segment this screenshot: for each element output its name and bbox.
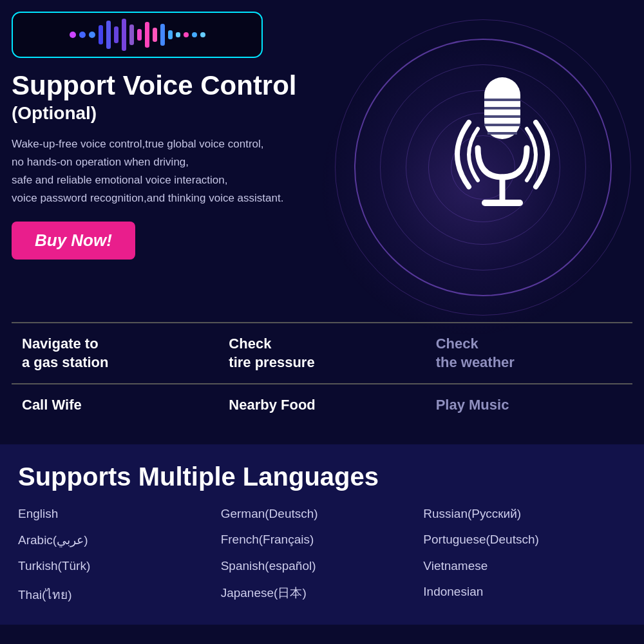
lang-japanese: Japanese(日本) [221, 582, 424, 607]
wave-bar-8 [153, 28, 157, 42]
wave-dot-2 [79, 32, 86, 38]
wave-bar-7 [145, 22, 149, 48]
wave-bar-11 [176, 32, 180, 37]
wave-dot-1 [70, 32, 76, 38]
wave-dot-6 [200, 32, 205, 37]
lang-arabic: Arabic(عربي) [18, 530, 221, 550]
command-call-text: Call Wife [22, 396, 208, 415]
title-section: Support Voice Control (Optional) Wake-up… [12, 71, 385, 260]
command-weather: Checkthe weather [426, 322, 632, 383]
wave-bar-9 [160, 24, 165, 46]
command-music: Play Music [426, 383, 632, 426]
main-title: Support Voice Control [12, 71, 385, 100]
optional-subtitle: (Optional) [12, 103, 385, 124]
lang-indonesian: Indonesian [423, 582, 626, 607]
lang-portuguese: Portuguese(Deutsch) [423, 530, 626, 550]
lang-english: English [18, 504, 221, 524]
command-weather-text: Checkthe weather [436, 335, 622, 372]
lang-russian: Russian(Русский) [423, 504, 626, 524]
languages-grid: English German(Deutsch) Russian(Русский)… [18, 504, 626, 607]
wave-bar-4 [122, 19, 126, 51]
lang-thai: Thai(ไทย) [18, 582, 221, 607]
command-call: Call Wife [12, 383, 218, 426]
languages-section: Supports Multiple Languages English Germ… [0, 444, 644, 625]
lang-spanish: Spanish(español) [221, 556, 424, 576]
command-music-text: Play Music [436, 396, 622, 415]
command-tire-text: Checktire pressure [229, 335, 415, 372]
wave-dot-4 [184, 32, 189, 37]
lang-turkish: Turkish(Türk) [18, 556, 221, 576]
wave-bar-6 [137, 29, 142, 41]
wave-bar-3 [114, 26, 118, 43]
waveform-display [12, 12, 263, 58]
description-text: Wake-up-free voice control,true global v… [12, 135, 372, 207]
wave-dot-5 [192, 32, 197, 37]
buy-now-button[interactable]: Buy Now! [12, 222, 135, 260]
wave-bar-1 [99, 25, 103, 44]
wave-dot-3 [89, 32, 95, 38]
wave-bar-10 [168, 30, 173, 39]
svg-rect-7 [482, 200, 523, 206]
command-food: Nearby Food [218, 383, 425, 426]
wave-bar-2 [106, 21, 111, 49]
lang-french: French(Français) [221, 530, 424, 550]
languages-title: Supports Multiple Languages [18, 462, 626, 491]
command-tire: Checktire pressure [218, 322, 425, 383]
lang-vietnamese: Vietnamese [423, 556, 626, 576]
command-navigate: Navigate toa gas station [12, 322, 218, 383]
mic-icon-area [412, 39, 592, 258]
commands-grid: Navigate toa gas station Checktire press… [12, 322, 632, 426]
lang-german: German(Deutsch) [221, 504, 424, 524]
command-navigate-text: Navigate toa gas station [22, 335, 208, 372]
command-food-text: Nearby Food [229, 396, 415, 415]
microphone-icon [438, 64, 567, 232]
wave-bar-5 [129, 24, 134, 45]
